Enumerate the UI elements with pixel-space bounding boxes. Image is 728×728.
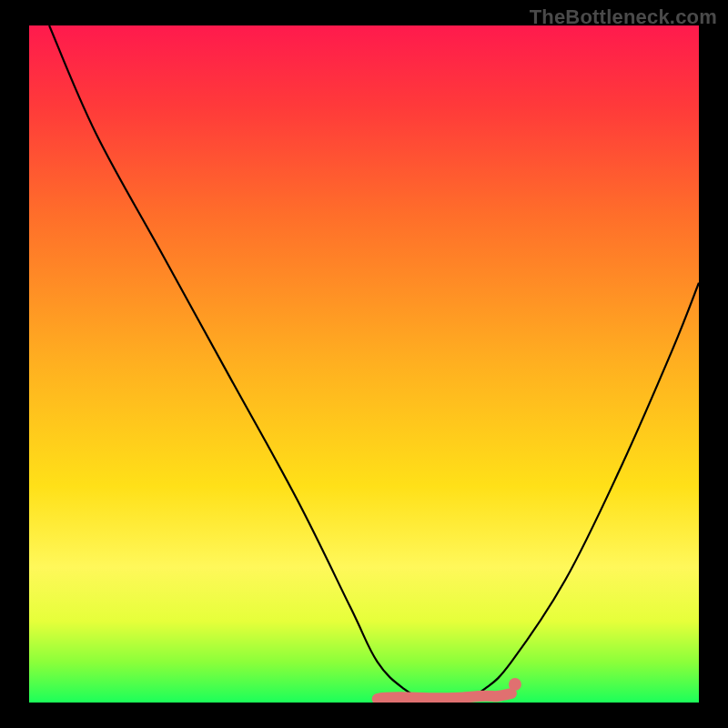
plot-area <box>29 25 699 703</box>
bottleneck-curve <box>49 25 699 703</box>
optimal-range-end-dot <box>509 678 521 691</box>
chart-frame: TheBottleneck.com <box>0 0 728 728</box>
optimal-range-highlight <box>378 693 511 699</box>
curve-layer <box>29 25 699 703</box>
